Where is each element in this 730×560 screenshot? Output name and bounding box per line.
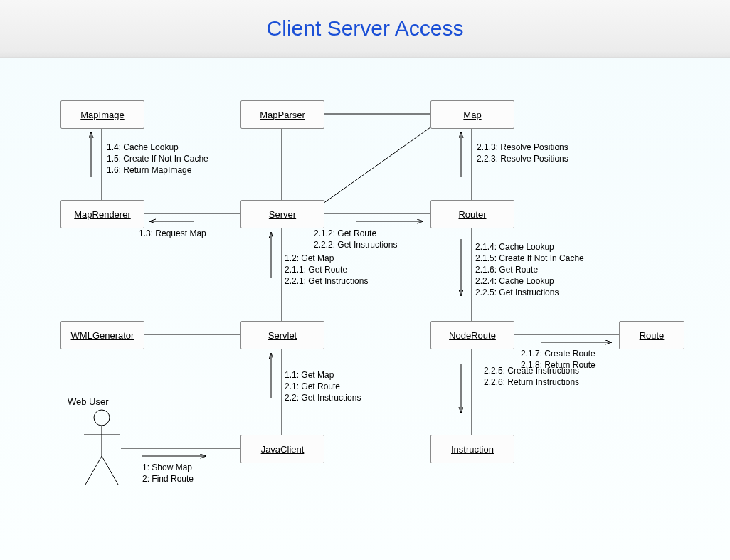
node-label: MapParser (260, 110, 305, 120)
node-mapimage: MapImage (60, 100, 144, 129)
edge-label: 2.1.4: Cache Lookup2.1.5: Create If Not … (475, 241, 584, 298)
node-server: Server (240, 200, 324, 228)
node-label: MapImage (80, 110, 124, 120)
node-javaclient: JavaClient (240, 435, 324, 463)
diagram-canvas: MapImage MapParser Map MapRenderer Serve… (0, 58, 730, 560)
node-label: Servlet (268, 330, 297, 341)
node-label: JavaClient (261, 444, 305, 455)
node-label: Map (463, 110, 481, 120)
node-label: Route (640, 330, 665, 341)
node-label: MapRenderer (74, 209, 131, 220)
edge-label: 2.1.3: Resolve Positions2.2.3: Resolve P… (477, 142, 568, 164)
edge-label: 2.1.2: Get Route2.2.2: Get Instructions (314, 228, 397, 250)
actor-label: Web User (68, 396, 109, 407)
node-label: WMLGenerator (71, 330, 134, 341)
node-instruction: Instruction (430, 435, 514, 463)
edge-label: 1.1: Get Map2.1: Get Route2.2: Get Instr… (285, 369, 361, 403)
node-label: Instruction (451, 444, 494, 455)
node-router: Router (430, 200, 514, 228)
page-title: Client Server Access (267, 16, 464, 41)
edge-label: 1.3: Request Map (139, 228, 206, 239)
node-label: Server (269, 209, 296, 220)
svg-line-28 (102, 456, 118, 485)
edges-layer (0, 58, 730, 560)
edge-label: 1: Show Map2: Find Route (142, 462, 194, 485)
node-mapparser: MapParser (240, 100, 324, 129)
svg-point-24 (94, 410, 110, 426)
edge-label: 1.2: Get Map2.1.1: Get Route2.2.1: Get I… (285, 253, 368, 287)
node-servlet: Servlet (240, 321, 324, 349)
node-noderoute: NodeRoute (430, 321, 514, 349)
page-header: Client Server Access (0, 0, 730, 58)
node-route: Route (619, 321, 684, 349)
node-label: Router (458, 209, 486, 220)
edge-label: 2.2.5: Create Instructions2.2.6: Return … (484, 365, 579, 388)
svg-line-27 (85, 456, 102, 485)
node-maprenderer: MapRenderer (60, 200, 144, 228)
node-label: NodeRoute (449, 330, 496, 341)
edge-label: 1.4: Cache Lookup1.5: Create If Not In C… (107, 142, 208, 176)
node-map: Map (430, 100, 514, 129)
svg-line-6 (323, 127, 430, 204)
node-wmlgenerator: WMLGenerator (60, 321, 144, 349)
